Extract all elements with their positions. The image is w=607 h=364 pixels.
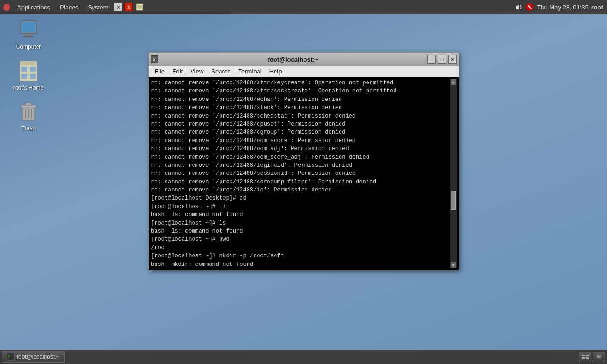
terminal-menu-view[interactable]: View — [186, 66, 207, 77]
desktop-icon-computer[interactable]: Computer — [9, 19, 47, 50]
trash-icon-img — [17, 100, 40, 123]
roots-home-icon-label: root's Home — [13, 84, 44, 91]
desktop-icon-roots-home[interactable]: root's Home — [9, 60, 47, 91]
top-panel: Applications Places System ✕ ✕ — [0, 0, 607, 14]
scrollbar-track[interactable] — [451, 86, 456, 261]
terminal-maximize-btn[interactable]: □ — [438, 55, 446, 64]
svg-point-2 — [7, 4, 9, 6]
taskbar-terminal-icon: $ — [7, 353, 15, 361]
svg-text:$: $ — [8, 355, 10, 359]
terminal-menubar: File Edit View Search Terminal Help — [149, 66, 459, 77]
computer-icon-label: Computer — [16, 44, 41, 50]
desktop-icon-trash[interactable]: Trash — [9, 100, 47, 132]
svg-rect-32 — [586, 355, 589, 356]
roots-home-icon-img — [17, 60, 40, 82]
computer-icon-img — [17, 19, 40, 42]
svg-point-3 — [9, 6, 10, 7]
speaker-icon[interactable] — [514, 3, 523, 11]
panel-left: Applications Places System ✕ ✕ — [0, 0, 144, 14]
panel-right: Thu May 28, 01:35 root — [514, 3, 607, 11]
svg-rect-23 — [26, 103, 31, 106]
gnome-foot-icon[interactable] — [2, 2, 11, 12]
taskbar-terminal-item[interactable]: $ root@localhost:~ — [2, 351, 65, 363]
taskbar-btn-2[interactable] — [593, 352, 605, 362]
terminal-window: $ root@localhost:~ _ □ ✕ File Edit View … — [148, 52, 459, 270]
no-sign-icon[interactable] — [525, 3, 534, 11]
svg-rect-18 — [30, 67, 36, 72]
desktop: Applications Places System ✕ ✕ — [0, 0, 607, 364]
terminal-minimize-btn[interactable]: _ — [427, 55, 436, 64]
svg-rect-20 — [30, 74, 36, 79]
svg-rect-13 — [26, 33, 31, 36]
notepad-icon[interactable] — [135, 2, 144, 12]
svg-point-1 — [4, 4, 7, 7]
panel-clock: Thu May 28, 01:35 — [537, 4, 588, 11]
taskbar: $ root@localhost:~ — [0, 350, 607, 364]
terminal-content: rm: cannot remove `/proc/12488/attr/keyc… — [151, 79, 450, 268]
svg-text:$: $ — [153, 57, 155, 62]
svg-rect-34 — [586, 357, 589, 359]
places-menu[interactable]: Places — [56, 0, 82, 14]
panel-x-btn-2[interactable]: ✕ — [124, 3, 133, 11]
scrollbar-up-arrow[interactable]: ▲ — [451, 79, 456, 85]
terminal-titlebar: $ root@localhost:~ _ □ ✕ — [149, 53, 459, 66]
terminal-menu-file[interactable]: File — [151, 66, 168, 77]
svg-rect-33 — [582, 357, 585, 359]
desktop-icons: Computer root's Home — [9, 19, 47, 132]
system-menu[interactable]: System — [84, 0, 112, 14]
terminal-body[interactable]: rm: cannot remove `/proc/12488/attr/keyc… — [149, 77, 459, 270]
panel-x-btn-1[interactable]: ✕ — [114, 3, 122, 11]
terminal-title-text: root@localhost:~ — [160, 56, 425, 63]
terminal-menu-terminal[interactable]: Terminal — [235, 66, 266, 77]
terminal-menu-search[interactable]: Search — [207, 66, 234, 77]
svg-rect-14 — [23, 36, 34, 37]
taskbar-item-label: root@localhost:~ — [17, 354, 60, 360]
terminal-menu-help[interactable]: Help — [266, 66, 286, 77]
taskbar-right — [579, 352, 605, 362]
svg-rect-17 — [21, 67, 27, 72]
trash-icon-label: Trash — [21, 125, 36, 132]
svg-rect-31 — [582, 355, 585, 356]
svg-marker-10 — [516, 4, 519, 10]
svg-rect-16 — [20, 61, 37, 65]
panel-username: root — [591, 4, 603, 11]
applications-menu[interactable]: Applications — [13, 0, 54, 14]
terminal-close-btn[interactable]: ✕ — [448, 55, 457, 64]
scrollbar-thumb[interactable] — [451, 191, 456, 210]
svg-rect-36 — [597, 355, 601, 358]
svg-rect-12 — [21, 22, 36, 32]
scrollbar-down-arrow[interactable]: ▼ — [451, 262, 456, 268]
terminal-title-icon: $ — [151, 55, 158, 63]
terminal-menu-edit[interactable]: Edit — [168, 66, 186, 77]
terminal-scrollbar[interactable]: ▲ ▼ — [450, 79, 457, 268]
taskbar-btn-1[interactable] — [579, 352, 591, 362]
svg-rect-19 — [21, 74, 27, 79]
